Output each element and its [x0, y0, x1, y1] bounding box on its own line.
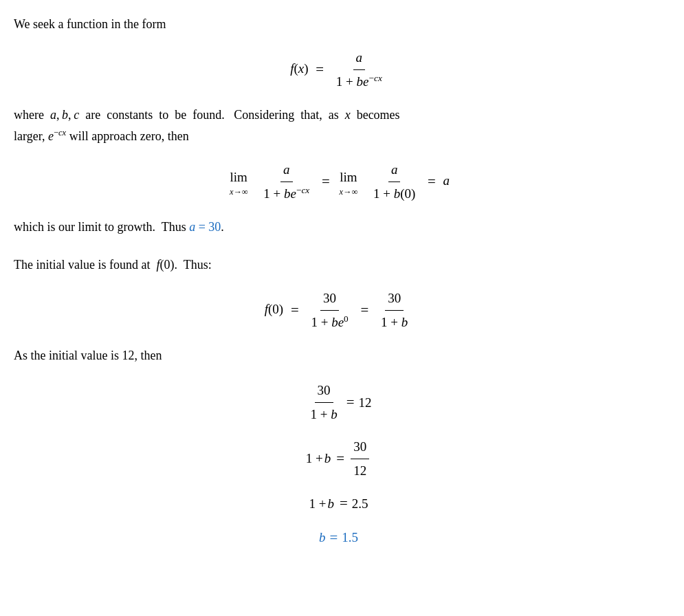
- formula-fx: f(x) = a 1 + be−cx: [14, 47, 663, 93]
- page-content: We seek a function in the form f(x) = a …: [14, 14, 663, 549]
- eq4: b = 1.5: [319, 527, 358, 549]
- eq2: 1 + b = 30 12: [306, 437, 371, 482]
- equations-block: 30 1 + b = 12 1 + b = 30 12 1 + b = 2.5 …: [14, 380, 663, 549]
- paragraph1: where a, b, c are constants to be found.…: [14, 104, 663, 146]
- eq1: 30 1 + b = 12: [305, 380, 371, 426]
- limit-formula: lim x→∞ a 1 + be−cx = lim x→∞ a 1 + b(0)…: [14, 160, 663, 205]
- initial-value-12: As the initial value is 12, then: [14, 345, 663, 366]
- intro-text: We seek a function in the form: [14, 14, 663, 35]
- f0-formula: f(0) = 30 1 + be0 = 30 1 + b: [14, 288, 663, 333]
- limit-conclusion: which is our limit to growth. Thus a = 3…: [14, 217, 663, 238]
- initial-value-intro: The initial value is found at f(0). Thus…: [14, 254, 663, 276]
- eq3: 1 + b = 2.5: [309, 492, 368, 515]
